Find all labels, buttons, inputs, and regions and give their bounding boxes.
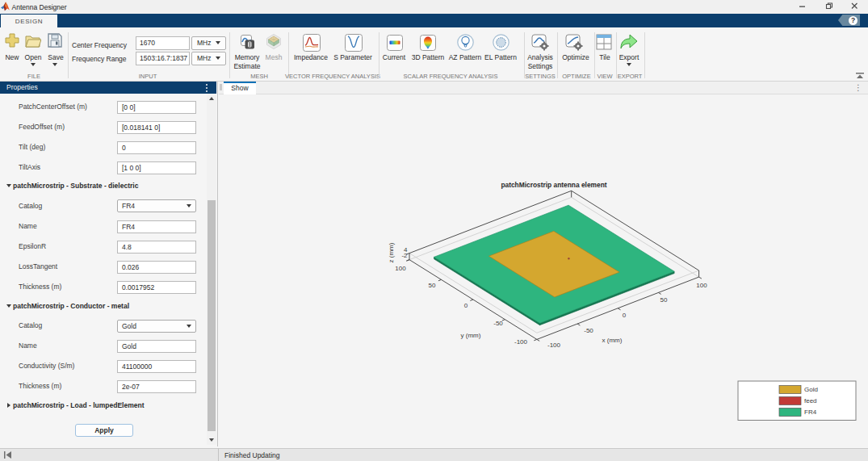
- svg-text:50: 50: [429, 282, 436, 289]
- svg-text:-2: -2: [401, 252, 408, 259]
- svg-text:patchMicrostrip antenna elemen: patchMicrostrip antenna element: [501, 181, 606, 189]
- svg-text:-100: -100: [547, 342, 561, 349]
- svg-text:100: 100: [395, 265, 406, 272]
- svg-text:0: 0: [464, 302, 468, 309]
- svg-text:-50: -50: [584, 327, 593, 334]
- svg-text:0: 0: [623, 312, 627, 319]
- svg-text:y (mm): y (mm): [461, 332, 481, 339]
- svg-text:x (mm): x (mm): [602, 337, 623, 344]
- svg-text:feed: feed: [804, 397, 817, 404]
- svg-text:Gold: Gold: [804, 386, 818, 393]
- svg-text:50: 50: [660, 296, 668, 304]
- svg-text:-100: -100: [514, 338, 528, 346]
- svg-text:FR4: FR4: [804, 409, 817, 416]
- svg-text:-50: -50: [493, 320, 503, 327]
- svg-text:100: 100: [696, 282, 707, 289]
- svg-text:z (mm): z (mm): [388, 242, 395, 262]
